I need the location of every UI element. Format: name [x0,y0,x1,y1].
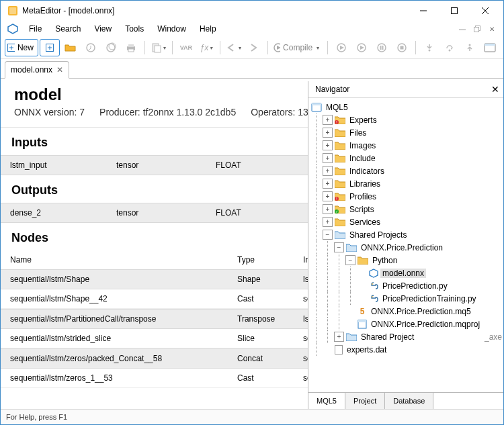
file-icon [335,345,343,355]
menu-search[interactable]: Search [48,21,87,37]
tree-python-folder[interactable]: − Python [311,254,503,267]
menu-help[interactable]: Help [193,21,223,37]
folder-icon [335,154,345,162]
tree-label: Services [347,218,382,227]
saveall-button[interactable] [101,40,120,56]
tree-folder[interactable]: +Services [311,216,503,228]
node-type-cell: Concat [235,354,300,363]
python-file-icon [369,281,378,291]
col-type: Type [235,255,300,265]
svg-point-35 [449,50,451,52]
nav-tab-database[interactable]: Database [385,393,433,409]
tab-close-icon[interactable]: ✕ [56,65,63,75]
mdi-close-button[interactable]: ✕ [487,24,497,34]
expand-icon[interactable]: + [323,179,333,189]
tree-folder[interactable]: +Libraries [311,177,503,190]
compile-button[interactable]: Compile▾ [272,40,323,56]
folder-icon [346,243,357,252]
svg-point-52 [372,296,373,297]
tree-root[interactable]: MQL5 [311,101,503,113]
truncated-hint: _axe [485,332,502,342]
app-icon [7,5,18,16]
print-button[interactable] [122,40,140,56]
debug-start-button[interactable] [332,40,351,56]
nav-back-button[interactable]: ▾ [224,40,243,56]
terminal-button[interactable] [480,40,499,56]
var-button[interactable]: VAR [177,40,196,56]
tree-folder[interactable]: +!Experts [311,113,503,126]
tree-onnx-project[interactable]: − ONNX.Price.Prediction [311,241,503,254]
tree-shared-projects[interactable]: − Shared Projects [311,228,503,241]
tree-file-py1[interactable]: PricePrediction.py [311,279,503,292]
debug-stop-button[interactable] [392,40,411,56]
tree-label: Images [347,141,378,150]
expand-icon[interactable]: + [323,191,333,201]
menu-file[interactable]: File [22,21,48,37]
svg-rect-22 [155,46,161,52]
document-tab[interactable]: model.onnx ✕ [5,61,69,79]
tree-label: PricePrediction.py [380,281,450,291]
nav-tab-mql5[interactable]: MQL5 [308,393,345,409]
menu-tools[interactable]: Tools [118,21,151,37]
expand-icon[interactable]: + [323,204,333,214]
expand-icon[interactable]: + [323,217,333,227]
new-item-button[interactable] [40,39,60,56]
open-button[interactable] [61,40,80,56]
debug-start2-button[interactable] [352,40,371,56]
expand-icon[interactable]: + [323,128,333,138]
node-name-cell: sequential/lstm/zeros/packed_Concat__58 [1,354,235,363]
navigator-title-bar[interactable]: Navigator ✕ [308,81,503,98]
maximize-button[interactable] [439,1,470,21]
step-out-button[interactable] [460,40,479,56]
step-over-button[interactable] [440,40,459,56]
nav-forward-button[interactable] [245,40,263,56]
producer: Producer: tf2onnx 1.13.0 2c1db5 [99,107,236,117]
tree-experts-dat[interactable]: experts.dat [311,343,503,356]
node-type-cell: Transpose [235,314,300,324]
tree-folder[interactable]: +✓Scripts [311,203,503,216]
expand-icon[interactable]: + [323,140,333,150]
tree-file-mq5[interactable]: 5 ONNX.Price.Prediction.mq5 [311,305,503,318]
status-bar: For Help, press F1 [1,409,503,424]
new-button[interactable]: New [5,39,38,56]
navigator-close-icon[interactable]: ✕ [491,84,499,95]
tree-file-mqproj[interactable]: ONNX.Price.Prediction.mqproj [311,318,503,330]
fx-button[interactable]: ƒx▾ [197,40,216,56]
svg-point-16 [107,44,115,52]
navigator-tree[interactable]: MQL5 +!Experts+Files+Images+Include+Indi… [308,98,503,392]
tree-label: Indicators [347,167,386,176]
expand-icon[interactable]: + [323,115,333,125]
snippet-button[interactable]: ▾ [149,40,168,56]
tree-label: model.onnx [380,269,426,278]
node-name-cell: sequential/lstm/strided_slice [1,334,235,343]
tree-file-py2[interactable]: PricePredictionTraining.py [311,292,503,305]
tree-folder[interactable]: +!Profiles [311,190,503,203]
tree-file-model[interactable]: model.onnx [311,267,503,279]
navigator-tabs: MQL5 Project Database [308,392,503,409]
close-button[interactable] [470,1,501,21]
tree-folder[interactable]: +Files [311,126,503,139]
expand-icon[interactable]: + [334,332,344,342]
minimize-button[interactable] [408,1,439,21]
tree-folder[interactable]: +Indicators [311,164,503,177]
save-button[interactable] [81,40,100,56]
tree-folder[interactable]: +Include [311,152,503,164]
mdi-minimize-button[interactable]: — [458,24,467,34]
collapse-icon[interactable]: − [334,242,344,252]
expand-icon[interactable]: + [323,166,333,176]
svg-rect-33 [401,46,404,50]
svg-rect-54 [358,320,366,322]
nav-tab-project[interactable]: Project [345,393,385,409]
mdi-restore-button[interactable] [472,24,482,34]
menu-window[interactable]: Window [151,21,193,37]
menu-view[interactable]: View [87,21,118,37]
tree-folder[interactable]: +Images [311,139,503,152]
step-into-button[interactable] [420,40,439,56]
collapse-icon[interactable]: − [345,255,355,265]
folder-icon [335,128,345,137]
folder-icon [335,218,345,226]
debug-pause-button[interactable] [372,40,391,56]
expand-icon[interactable]: + [323,153,333,163]
collapse-icon[interactable]: − [323,230,333,240]
tree-shared-project-2[interactable]: + Shared Project _axe [311,330,503,343]
